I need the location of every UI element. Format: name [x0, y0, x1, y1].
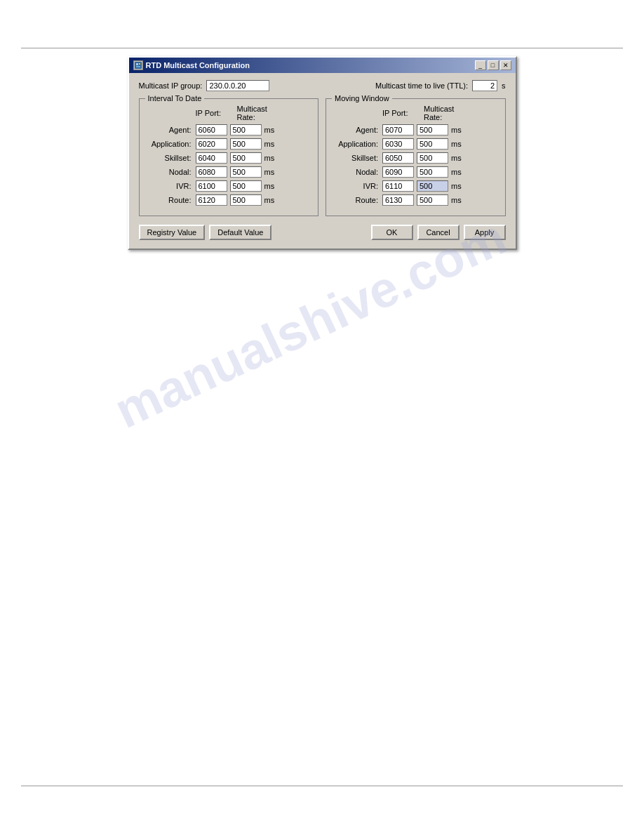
- interval-legend: Interval To Date: [145, 94, 205, 102]
- mw-application-rate[interactable]: [417, 138, 448, 150]
- mw-skillset-rate[interactable]: [417, 152, 448, 164]
- mw-ivr-rate[interactable]: [417, 180, 448, 192]
- mw-nodal-label: Nodal:: [333, 168, 382, 176]
- mw-skillset-port[interactable]: [382, 152, 414, 164]
- mw-agent-rate[interactable]: [417, 124, 448, 135]
- interval-col-mc-rate: Multicast Rate:: [237, 105, 279, 121]
- mw-route-label: Route:: [333, 196, 382, 204]
- interval-row-4: IVR: ms: [147, 180, 311, 192]
- interval-agent-rate[interactable]: [230, 124, 262, 135]
- multicast-ip-group-row: Multicast IP group:: [139, 80, 270, 91]
- title-bar: RTD Multicast Configuration _ □ ✕: [129, 58, 516, 73]
- mw-agent-label: Agent:: [333, 126, 382, 134]
- interval-col-ip-port: IP Port:: [196, 109, 234, 117]
- mw-nodal-ms: ms: [451, 168, 462, 176]
- mw-route-rate[interactable]: [417, 194, 448, 206]
- mw-agent-ms: ms: [451, 126, 462, 134]
- cancel-button[interactable]: Cancel: [417, 225, 459, 240]
- interval-ivr-ms: ms: [264, 182, 275, 190]
- default-value-button[interactable]: Default Value: [209, 225, 271, 240]
- interval-application-ms: ms: [264, 140, 275, 148]
- mw-route-port[interactable]: [382, 194, 414, 206]
- mw-application-port[interactable]: [382, 138, 414, 150]
- interval-header: IP Port: Multicast Rate:: [147, 105, 311, 121]
- top-row: Multicast IP group: Multicast time to li…: [139, 80, 506, 91]
- registry-value-button[interactable]: Registry Value: [139, 225, 206, 240]
- interval-row-2: Skillset: ms: [147, 152, 311, 164]
- interval-nodal-ms: ms: [264, 168, 275, 176]
- multicast-ip-input[interactable]: [206, 80, 269, 91]
- bottom-buttons: Registry Value Default Value OK Cancel A…: [139, 225, 506, 240]
- mw-route-ms: ms: [451, 196, 462, 204]
- interval-application-port[interactable]: [196, 138, 227, 150]
- mw-ivr-ms: ms: [451, 182, 462, 190]
- close-button[interactable]: ✕: [500, 60, 511, 70]
- mw-nodal-rate[interactable]: [417, 166, 448, 178]
- sections-row: Interval To Date IP Port: Multicast Rate…: [139, 98, 506, 216]
- title-buttons: _ □ ✕: [475, 60, 511, 70]
- interval-route-label: Route:: [147, 196, 196, 204]
- moving-window-header: IP Port: Multicast Rate:: [333, 105, 498, 121]
- mw-row-0: Agent: ms: [333, 124, 498, 135]
- ttl-unit: s: [502, 81, 506, 90]
- dialog-title: RTD Multicast Configuration: [146, 61, 250, 70]
- interval-group: Interval To Date IP Port: Multicast Rate…: [139, 98, 319, 216]
- interval-route-port[interactable]: [196, 194, 227, 206]
- app-icon: [133, 60, 143, 70]
- mw-col-ip-port: IP Port:: [382, 109, 421, 117]
- minimize-button[interactable]: _: [475, 60, 486, 70]
- interval-skillset-port[interactable]: [196, 152, 227, 164]
- interval-skillset-rate[interactable]: [230, 152, 262, 164]
- interval-application-rate[interactable]: [230, 138, 262, 150]
- apply-button[interactable]: Apply: [464, 225, 506, 240]
- ttl-row: Multicast time to live (TTL): s: [375, 80, 506, 91]
- svg-rect-1: [136, 63, 138, 65]
- mw-application-ms: ms: [451, 140, 462, 148]
- dialog-window: RTD Multicast Configuration _ □ ✕ Multic…: [128, 56, 517, 250]
- interval-route-rate[interactable]: [230, 194, 262, 206]
- moving-window-legend: Moving Window: [332, 94, 392, 102]
- moving-window-group: Moving Window IP Port: Multicast Rate: A…: [326, 98, 506, 216]
- interval-nodal-port[interactable]: [196, 166, 227, 178]
- interval-agent-ms: ms: [264, 126, 275, 134]
- interval-nodal-rate[interactable]: [230, 166, 262, 178]
- interval-row-1: Application: ms: [147, 138, 311, 150]
- dialog-body: Multicast IP group: Multicast time to li…: [129, 73, 516, 249]
- interval-application-label: Application:: [147, 140, 196, 148]
- mw-row-2: Skillset: ms: [333, 152, 498, 164]
- title-bar-left: RTD Multicast Configuration: [133, 60, 250, 70]
- mw-skillset-ms: ms: [451, 154, 462, 162]
- svg-rect-3: [136, 66, 140, 67]
- mw-ivr-port[interactable]: [382, 180, 414, 192]
- svg-rect-2: [139, 63, 140, 65]
- interval-ivr-rate[interactable]: [230, 180, 262, 192]
- bottom-right-buttons: OK Cancel Apply: [371, 225, 506, 240]
- interval-row-0: Agent: ms: [147, 124, 311, 135]
- mw-nodal-port[interactable]: [382, 166, 414, 178]
- mw-ivr-label: IVR:: [333, 182, 382, 190]
- maximize-button[interactable]: □: [488, 60, 499, 70]
- mw-application-label: Application:: [333, 140, 382, 148]
- mw-row-5: Route: ms: [333, 194, 498, 206]
- interval-agent-label: Agent:: [147, 126, 196, 134]
- interval-skillset-ms: ms: [264, 154, 275, 162]
- interval-nodal-label: Nodal:: [147, 168, 196, 176]
- mw-row-1: Application: ms: [333, 138, 498, 150]
- mw-col-mc-rate: Multicast Rate:: [424, 105, 466, 121]
- mw-skillset-label: Skillset:: [333, 154, 382, 162]
- bottom-left-buttons: Registry Value Default Value: [139, 225, 272, 240]
- multicast-ip-label: Multicast IP group:: [139, 81, 203, 90]
- interval-ivr-label: IVR:: [147, 182, 196, 190]
- ttl-input[interactable]: [472, 80, 497, 91]
- interval-ivr-port[interactable]: [196, 180, 227, 192]
- interval-skillset-label: Skillset:: [147, 154, 196, 162]
- ttl-label: Multicast time to live (TTL):: [375, 81, 468, 90]
- mw-row-4: IVR: ms: [333, 180, 498, 192]
- ok-button[interactable]: OK: [371, 225, 413, 240]
- interval-route-ms: ms: [264, 196, 275, 204]
- mw-agent-port[interactable]: [382, 124, 414, 135]
- interval-row-5: Route: ms: [147, 194, 311, 206]
- interval-row-3: Nodal: ms: [147, 166, 311, 178]
- mw-row-3: Nodal: ms: [333, 166, 498, 178]
- interval-agent-port[interactable]: [196, 124, 227, 135]
